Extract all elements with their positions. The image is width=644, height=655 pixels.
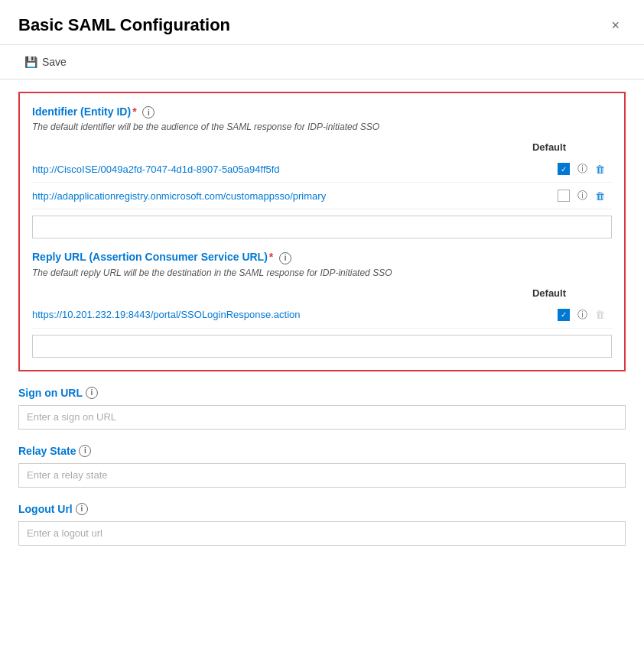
sign-on-url-label: Sign on URL i xyxy=(18,387,626,399)
dialog-title: Basic SAML Configuration xyxy=(18,15,230,35)
save-button[interactable]: 💾 Save xyxy=(18,53,73,71)
reply-url-row-1: https://10.201.232.19:8443/portal/SSOLog… xyxy=(32,302,612,329)
relay-state-input[interactable] xyxy=(18,463,626,488)
logout-url-info-icon[interactable]: i xyxy=(76,503,88,515)
reply-url-add-input[interactable] xyxy=(32,335,612,358)
dialog-header: Basic SAML Configuration × xyxy=(0,0,644,45)
reply-url-1-actions: ⓘ 🗑 xyxy=(551,308,612,322)
relay-state-section: Relay State i xyxy=(18,445,626,488)
reply-url-label: Reply URL (Assertion Consumer Service UR… xyxy=(32,251,612,264)
identifier-url-2: http://adapplicationregistry.onmicrosoft… xyxy=(32,190,551,202)
reply-url-default-label: Default xyxy=(532,287,566,299)
save-label: Save xyxy=(42,56,67,68)
identifier-url-row-1: http://CiscoISE/0049a2fd-7047-4d1d-8907-… xyxy=(32,156,612,183)
required-fields-section: Identifier (Entity ID)* i The default id… xyxy=(18,92,626,371)
dialog-body: Identifier (Entity ID)* i The default id… xyxy=(0,79,644,579)
reply-url-1: https://10.201.232.19:8443/portal/SSOLog… xyxy=(32,309,551,320)
identifier-section: Identifier (Entity ID)* i The default id… xyxy=(32,105,612,238)
basic-saml-dialog: Basic SAML Configuration × 💾 Save Identi… xyxy=(0,0,644,655)
identifier-url-2-actions: ⓘ 🗑 xyxy=(551,189,612,203)
logout-url-input[interactable] xyxy=(18,521,626,546)
logout-url-section: Logout Url i xyxy=(18,503,626,546)
logout-url-label: Logout Url i xyxy=(18,503,626,515)
sign-on-url-input[interactable] xyxy=(18,405,626,430)
save-icon: 💾 xyxy=(24,56,37,68)
identifier-info-icon[interactable]: i xyxy=(142,106,154,118)
sign-on-url-info-icon[interactable]: i xyxy=(86,387,98,399)
relay-state-info-icon[interactable]: i xyxy=(79,445,91,457)
reply-url-description: The default reply URL will be the destin… xyxy=(32,268,612,278)
identifier-url-2-info-icon[interactable]: ⓘ xyxy=(577,189,587,203)
identifier-url-2-default-checkbox[interactable] xyxy=(558,190,570,202)
identifier-table-header: Default xyxy=(32,141,612,153)
relay-state-label: Relay State i xyxy=(18,445,626,457)
toolbar: 💾 Save xyxy=(0,45,644,79)
identifier-url-1-delete-icon[interactable]: 🗑 xyxy=(595,164,605,175)
identifier-url-1-default-checkbox[interactable] xyxy=(558,163,570,175)
reply-url-info-icon[interactable]: i xyxy=(279,252,291,264)
close-button[interactable]: × xyxy=(605,15,626,35)
identifier-description: The default identifier will be the audie… xyxy=(32,122,612,132)
identifier-url-row-2: http://adapplicationregistry.onmicrosoft… xyxy=(32,183,612,209)
reply-url-1-info-icon[interactable]: ⓘ xyxy=(577,308,587,322)
identifier-add-input[interactable] xyxy=(32,216,612,238)
reply-url-1-default-checkbox[interactable] xyxy=(558,309,570,321)
sign-on-url-section: Sign on URL i xyxy=(18,387,626,430)
identifier-url-1: http://CiscoISE/0049a2fd-7047-4d1d-8907-… xyxy=(32,164,551,175)
reply-url-1-delete-icon: 🗑 xyxy=(595,309,605,320)
reply-url-table-header: Default xyxy=(32,287,612,299)
reply-url-section: Reply URL (Assertion Consumer Service UR… xyxy=(32,251,612,357)
identifier-default-label: Default xyxy=(532,141,566,153)
identifier-label: Identifier (Entity ID)* i xyxy=(32,105,612,118)
identifier-url-1-actions: ⓘ 🗑 xyxy=(551,162,612,176)
identifier-url-2-delete-icon[interactable]: 🗑 xyxy=(595,190,605,202)
identifier-url-1-info-icon[interactable]: ⓘ xyxy=(577,162,587,176)
